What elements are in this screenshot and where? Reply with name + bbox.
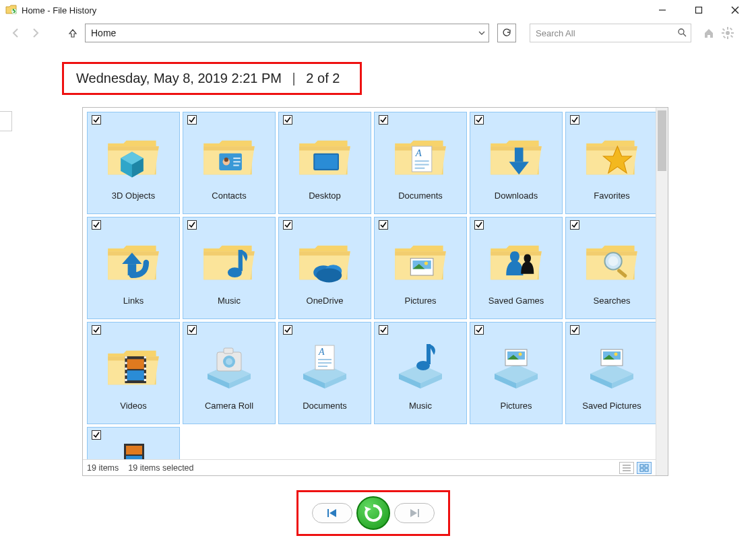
svg-rect-11 xyxy=(731,32,734,34)
svg-rect-76 xyxy=(640,465,643,467)
svg-rect-60 xyxy=(318,359,332,360)
item-checkbox[interactable] xyxy=(187,115,197,125)
file-item[interactable]: Camera Roll xyxy=(183,322,276,424)
file-item[interactable]: Searches xyxy=(565,217,656,319)
svg-rect-42 xyxy=(127,359,144,369)
left-panel-stub xyxy=(0,111,12,131)
address-path[interactable]: Home xyxy=(86,24,475,42)
file-item[interactable]: Music xyxy=(183,217,276,319)
svg-rect-44 xyxy=(125,356,127,358)
address-dropdown[interactable] xyxy=(475,24,489,42)
item-label: Desktop xyxy=(309,191,341,201)
item-checkbox[interactable] xyxy=(92,325,101,335)
svg-rect-62 xyxy=(318,366,327,367)
up-button[interactable] xyxy=(66,26,80,40)
svg-rect-77 xyxy=(645,465,648,467)
item-label: Pictures xyxy=(405,296,437,306)
svg-rect-20 xyxy=(233,161,241,162)
item-checkbox[interactable] xyxy=(283,325,292,335)
item-checkbox[interactable] xyxy=(92,115,101,125)
lib-documents-icon: A xyxy=(294,337,355,398)
restore-controls xyxy=(296,490,450,536)
file-item[interactable]: Videos xyxy=(87,322,180,424)
file-item[interactable]: Saved Pictures xyxy=(565,322,656,424)
gear-icon[interactable] xyxy=(721,26,734,40)
svg-rect-19 xyxy=(233,158,241,159)
search-box[interactable] xyxy=(530,24,691,42)
svg-rect-12 xyxy=(722,28,725,31)
file-item[interactable]: Pictures xyxy=(470,322,563,424)
file-item[interactable]: Downloads xyxy=(470,112,563,214)
svg-rect-52 xyxy=(144,373,146,375)
folder-pictures-icon xyxy=(390,232,451,293)
svg-point-31 xyxy=(228,267,242,277)
file-item[interactable]: 3D Objects xyxy=(87,112,180,214)
svg-rect-71 xyxy=(126,446,142,454)
item-checkbox[interactable] xyxy=(283,220,292,230)
file-item[interactable]: Links xyxy=(87,217,180,319)
svg-rect-29 xyxy=(515,147,524,162)
file-item[interactable]: A Documents xyxy=(278,322,371,424)
restore-button[interactable] xyxy=(356,496,390,530)
file-item[interactable]: Desktop xyxy=(278,112,371,214)
item-label: Downloads xyxy=(495,191,538,201)
address-bar[interactable]: Home xyxy=(85,24,489,42)
scroll-thumb[interactable] xyxy=(658,110,666,171)
lib-pictures-icon xyxy=(581,337,642,398)
svg-text:A: A xyxy=(415,147,422,158)
file-item[interactable]: Favorites xyxy=(565,112,656,214)
item-checkbox[interactable] xyxy=(379,115,388,125)
svg-rect-21 xyxy=(233,165,239,166)
item-checkbox[interactable] xyxy=(570,220,579,230)
item-checkbox[interactable] xyxy=(474,220,484,230)
item-checkbox[interactable] xyxy=(474,325,484,335)
back-button[interactable] xyxy=(9,26,23,40)
folder-documents-icon: A xyxy=(390,127,451,188)
file-item[interactable]: Music xyxy=(374,322,467,424)
item-checkbox[interactable] xyxy=(570,115,579,125)
file-item[interactable]: Contacts xyxy=(183,112,276,214)
file-item[interactable]: OneDrive xyxy=(278,217,371,319)
minimize-button[interactable] xyxy=(647,0,678,20)
file-item[interactable]: A Documents xyxy=(374,112,467,214)
item-checkbox[interactable] xyxy=(92,220,101,230)
item-checkbox[interactable] xyxy=(379,325,388,335)
item-label: Videos xyxy=(120,401,147,411)
forward-button[interactable] xyxy=(28,26,42,40)
refresh-button[interactable] xyxy=(497,24,516,42)
svg-rect-53 xyxy=(144,379,146,381)
svg-rect-23 xyxy=(315,155,338,169)
svg-point-63 xyxy=(416,361,430,370)
next-version-button[interactable] xyxy=(394,503,435,523)
close-button[interactable] xyxy=(720,0,751,20)
file-item[interactable]: Saved Games xyxy=(470,217,563,319)
svg-rect-47 xyxy=(125,373,127,375)
maximize-button[interactable] xyxy=(683,0,714,20)
previous-version-button[interactable] xyxy=(312,503,352,523)
svg-rect-9 xyxy=(727,36,728,39)
svg-rect-61 xyxy=(318,362,332,364)
svg-rect-46 xyxy=(125,368,127,370)
view-icons-button[interactable] xyxy=(637,462,652,474)
item-checkbox[interactable] xyxy=(474,115,484,125)
view-details-button[interactable] xyxy=(619,462,634,474)
app-icon xyxy=(5,3,18,18)
item-checkbox[interactable] xyxy=(379,220,388,230)
item-checkbox[interactable] xyxy=(570,325,579,335)
item-checkbox[interactable] xyxy=(92,430,101,440)
search-input[interactable] xyxy=(534,28,677,39)
item-checkbox[interactable] xyxy=(187,325,197,335)
home-icon[interactable] xyxy=(702,26,716,40)
file-item[interactable]: Pictures xyxy=(374,217,467,319)
item-checkbox[interactable] xyxy=(187,220,197,230)
item-label: Favorites xyxy=(594,191,629,201)
item-checkbox[interactable] xyxy=(283,115,292,125)
folder-favorites-icon xyxy=(581,127,642,188)
scrollbar[interactable] xyxy=(656,108,668,475)
svg-rect-8 xyxy=(727,27,728,30)
svg-rect-55 xyxy=(224,348,233,353)
item-label: Camera Roll xyxy=(205,401,253,411)
status-bar: 19 items 19 items selected xyxy=(83,459,656,475)
folder-desktop-icon xyxy=(294,127,355,188)
svg-rect-13 xyxy=(730,35,733,38)
